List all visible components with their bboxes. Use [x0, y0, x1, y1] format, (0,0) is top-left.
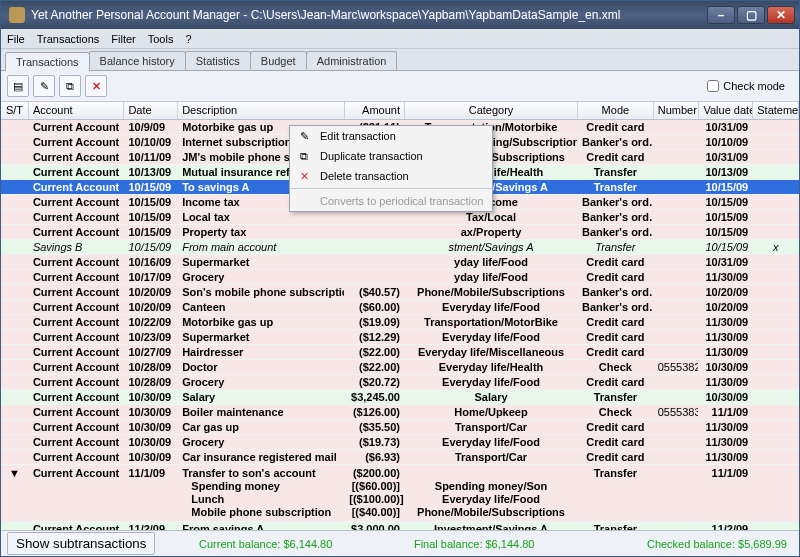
check-mode-checkbox[interactable]: [707, 80, 719, 92]
table-row[interactable]: Current Account11/2/09From savings A$3,0…: [1, 522, 799, 530]
cell: [1, 375, 29, 389]
col-header-number[interactable]: Number: [654, 102, 700, 119]
col-header-account[interactable]: Account: [29, 102, 125, 119]
table-row[interactable]: Current Account10/20/09Son's mobile phon…: [1, 285, 799, 300]
context-edit[interactable]: ✎ Edit transaction: [290, 126, 492, 146]
cell: [654, 465, 700, 521]
tab-transactions[interactable]: Transactions: [5, 52, 90, 71]
pencil-icon: ✎: [40, 80, 49, 93]
menu-help[interactable]: ?: [185, 33, 191, 45]
table-row[interactable]: Current Account10/17/09Groceryyday life/…: [1, 270, 799, 285]
table-row[interactable]: Current Account10/30/09Salary$3,245.00Sa…: [1, 390, 799, 405]
col-header-statement[interactable]: Statement: [753, 102, 799, 119]
cell: [654, 420, 700, 434]
cell: Current Account: [29, 420, 125, 434]
table-row[interactable]: Current Account10/28/09Grocery($20.72)Ev…: [1, 375, 799, 390]
cell: yday life/Food: [405, 255, 578, 269]
table-row[interactable]: Savings B10/15/09From main accountstment…: [1, 240, 799, 255]
minimize-button[interactable]: –: [707, 6, 735, 24]
title-bar: Yet Another Personal Account Manager - C…: [1, 1, 799, 29]
cell: Hairdresser: [178, 345, 345, 359]
cell: [753, 210, 799, 224]
status-checked-balance: Checked balance: $5,689.99: [578, 538, 799, 550]
table-row[interactable]: Current Account10/15/09Property taxax/Pr…: [1, 225, 799, 240]
menu-tools[interactable]: Tools: [148, 33, 174, 45]
table-row[interactable]: Current Account10/30/09Car insurance reg…: [1, 450, 799, 465]
cell: 10/30/09: [699, 390, 753, 404]
cell: Credit card: [578, 345, 654, 359]
context-convert: Converts to periodical transaction: [290, 191, 492, 211]
cell: 10/20/09: [124, 300, 178, 314]
cell: 10/10/09: [124, 135, 178, 149]
tab-administration[interactable]: Administration: [306, 51, 398, 70]
table-row[interactable]: Current Account10/20/09Canteen($60.00)Ev…: [1, 300, 799, 315]
cell: Current Account: [29, 390, 125, 404]
cell: Transfer to son's account Spending money…: [178, 465, 345, 521]
menu-filter[interactable]: Filter: [111, 33, 135, 45]
table-row[interactable]: Current Account10/28/09Doctor($22.00)Eve…: [1, 360, 799, 375]
table-row[interactable]: Current Account10/30/09Boiler maintenanc…: [1, 405, 799, 420]
close-button[interactable]: ✕: [767, 6, 795, 24]
tab-balance-history[interactable]: Balance history: [89, 51, 186, 70]
edit-transaction-button[interactable]: ✎: [33, 75, 55, 97]
cell: [753, 225, 799, 239]
new-transaction-button[interactable]: ▤: [7, 75, 29, 97]
check-mode-toggle[interactable]: Check mode: [707, 80, 793, 92]
menu-transactions[interactable]: Transactions: [37, 33, 100, 45]
cell: [1, 390, 29, 404]
cell: Transportation/MotorBike: [405, 315, 578, 329]
cell: Home/Upkeep: [405, 405, 578, 419]
cell: [753, 405, 799, 419]
tab-budget[interactable]: Budget: [250, 51, 307, 70]
table-row[interactable]: Current Account10/22/09Motorbike gas up(…: [1, 315, 799, 330]
col-header-category[interactable]: Category: [405, 102, 578, 119]
cell: Credit card: [578, 270, 654, 284]
cell: 10/20/09: [124, 285, 178, 299]
cell: $3,000.00: [345, 522, 405, 530]
cell: [654, 522, 700, 530]
duplicate-transaction-button[interactable]: ⧉: [59, 75, 81, 97]
cell: 10/30/09: [124, 420, 178, 434]
table-row[interactable]: Current Account10/15/09Local taxTax/Loca…: [1, 210, 799, 225]
table-row[interactable]: Current Account10/30/09Grocery($19.73)Ev…: [1, 435, 799, 450]
col-header-date[interactable]: Date: [124, 102, 178, 119]
cell: [345, 225, 405, 239]
col-header-mode[interactable]: Mode: [578, 102, 654, 119]
tab-statistics[interactable]: Statistics: [185, 51, 251, 70]
col-header-amount[interactable]: Amount: [345, 102, 405, 119]
show-subtransactions-button[interactable]: Show subtransactions: [7, 532, 155, 555]
cell: [1, 345, 29, 359]
cell: Banker's ord…: [578, 195, 654, 209]
cell: Banker's ord…: [578, 225, 654, 239]
table-row[interactable]: Current Account10/30/09Car gas up($35.50…: [1, 420, 799, 435]
cell: Grocery: [178, 270, 345, 284]
cell: Current Account: [29, 465, 125, 521]
cell: 11/30/09: [699, 450, 753, 464]
col-header-description[interactable]: Description: [178, 102, 345, 119]
cell: Credit card: [578, 435, 654, 449]
col-header-st[interactable]: S/T: [1, 102, 29, 119]
menu-bar: File Transactions Filter Tools ?: [1, 29, 799, 49]
table-row[interactable]: Current Account10/23/09Supermarket($12.2…: [1, 330, 799, 345]
cell: Current Account: [29, 210, 125, 224]
context-duplicate[interactable]: ⧉ Duplicate transaction: [290, 146, 492, 166]
context-delete[interactable]: ✕ Delete transaction: [290, 166, 492, 186]
table-row[interactable]: Current Account10/27/09Hairdresser($22.0…: [1, 345, 799, 360]
menu-file[interactable]: File: [7, 33, 25, 45]
cell: [654, 180, 700, 194]
grid-body[interactable]: ✎ Edit transaction ⧉ Duplicate transacti…: [1, 120, 799, 530]
cell: yday life/Food: [405, 270, 578, 284]
context-duplicate-label: Duplicate transaction: [320, 150, 423, 162]
cell: 11/30/09: [699, 330, 753, 344]
table-row[interactable]: ▼Current Account11/1/09Transfer to son's…: [1, 465, 799, 522]
page-icon: ▤: [13, 80, 23, 93]
table-row[interactable]: Current Account10/16/09Supermarketyday l…: [1, 255, 799, 270]
delete-transaction-button[interactable]: ✕: [85, 75, 107, 97]
cell: [345, 210, 405, 224]
col-header-valuedate[interactable]: Value date: [699, 102, 753, 119]
maximize-button[interactable]: ▢: [737, 6, 765, 24]
cell: ($6.93): [345, 450, 405, 464]
cell: [1, 435, 29, 449]
cell: 10/28/09: [124, 375, 178, 389]
cell: [1, 522, 29, 530]
